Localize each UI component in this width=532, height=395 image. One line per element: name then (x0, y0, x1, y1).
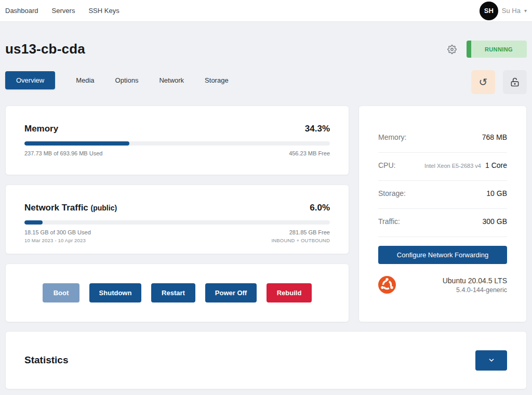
detail-value: 300 GB (483, 217, 507, 226)
tab-bar: Overview Media Options Network Storage (5, 70, 229, 89)
detail-value: 768 MB (482, 133, 507, 141)
traffic-progress-fill (24, 220, 43, 225)
power-actions-card: Boot Shutdown Restart Power Off Rebuild (5, 264, 349, 322)
os-name: Ubuntu 20.04.5 LTS (443, 276, 507, 285)
memory-progress-fill (24, 141, 129, 146)
memory-free-label: 456.23 MB Free (289, 150, 330, 156)
statistics-title: Statistics (24, 354, 68, 366)
cpu-model-note: Intel Xeon E5-2683 v4 (424, 163, 481, 169)
user-menu[interactable]: SH Su Ha ▾ (480, 2, 527, 20)
tab-network[interactable]: Network (159, 71, 184, 89)
server-details-card: Memory: 768 MB CPU: Intel Xeon E5-2683 v… (358, 106, 527, 322)
traffic-direction-label: INBOUND + OUTBOUND (271, 238, 330, 243)
shutdown-button[interactable]: Shutdown (89, 283, 141, 302)
memory-progress-bar (24, 141, 330, 146)
os-kernel: 5.4.0-144-generic (443, 286, 507, 294)
memory-used-label: 237.73 MB of 693.96 MB Used (24, 150, 102, 156)
gear-icon[interactable] (447, 45, 457, 54)
traffic-card: Network Traffic (public) 6.0% 18.15 GB o… (5, 185, 349, 254)
detail-row-memory: Memory: 768 MB (378, 125, 507, 153)
unlock-icon (510, 77, 520, 87)
detail-row-cpu: CPU: Intel Xeon E5-2683 v4 1 Core (378, 153, 507, 181)
traffic-percent: 6.0% (310, 203, 330, 213)
detail-row-traffic: Traffic: 300 GB (378, 209, 507, 237)
os-info-row: Ubuntu 20.04.5 LTS 5.4.0-144-generic (378, 276, 507, 294)
detail-label: Storage: (378, 189, 406, 198)
traffic-progress-bar (24, 220, 330, 225)
power-off-button[interactable]: Power Off (205, 283, 257, 302)
detail-value: 10 GB (486, 189, 507, 198)
tab-storage[interactable]: Storage (205, 71, 229, 89)
detail-label: Memory: (378, 133, 406, 141)
nav-item-dashboard[interactable]: Dashboard (5, 7, 38, 15)
user-name: Su Ha (502, 7, 521, 15)
memory-card: Memory 34.3% 237.73 MB of 693.96 MB Used… (5, 106, 349, 175)
memory-card-title: Memory (24, 124, 58, 134)
tab-options[interactable]: Options (115, 71, 139, 89)
tab-media[interactable]: Media (76, 71, 94, 89)
page-title: us13-cb-cda (5, 41, 85, 57)
status-badge: RUNNING (467, 41, 527, 58)
detail-value: 1 Core (485, 161, 507, 169)
traffic-period-label: 10 Mar 2023 - 10 Apr 2023 (24, 238, 91, 243)
nav-item-ssh-keys[interactable]: SSH Keys (88, 7, 119, 15)
detail-label: CPU: (378, 161, 395, 169)
configure-network-forwarding-button[interactable]: Configure Network Forwarding (378, 246, 507, 264)
traffic-free-label: 281.85 GB Free (289, 229, 330, 235)
nav-item-servers[interactable]: Servers (52, 7, 75, 15)
server-header: us13-cb-cda RUNNING (5, 41, 527, 58)
restore-icon: ↺ (479, 77, 488, 87)
unlock-button[interactable] (503, 70, 527, 94)
traffic-card-title: Network Traffic (public) (24, 203, 117, 213)
top-bar: Dashboard Servers SSH Keys SH Su Ha ▾ (0, 0, 532, 22)
restart-button[interactable]: Restart (151, 283, 195, 302)
main-nav: Dashboard Servers SSH Keys (5, 7, 119, 15)
avatar[interactable]: SH (480, 2, 498, 20)
statistics-expand-button[interactable] (475, 350, 507, 371)
restore-button[interactable]: ↺ (471, 70, 495, 94)
detail-row-storage: Storage: 10 GB (378, 181, 507, 209)
statistics-card: Statistics (5, 331, 527, 389)
traffic-used-label: 18.15 GB of 300 GB Used (24, 229, 91, 235)
boot-button[interactable]: Boot (43, 283, 79, 302)
chevron-down-icon: ▾ (524, 8, 527, 14)
status-badge-label: RUNNING (481, 46, 513, 52)
detail-label: Traffic: (378, 217, 400, 226)
memory-percent: 34.3% (305, 124, 330, 134)
ubuntu-logo-icon (378, 276, 396, 294)
traffic-card-subtitle: (public) (91, 204, 117, 212)
rebuild-button[interactable]: Rebuild (267, 283, 312, 302)
chevron-down-icon (488, 357, 495, 364)
tab-overview[interactable]: Overview (5, 71, 55, 89)
